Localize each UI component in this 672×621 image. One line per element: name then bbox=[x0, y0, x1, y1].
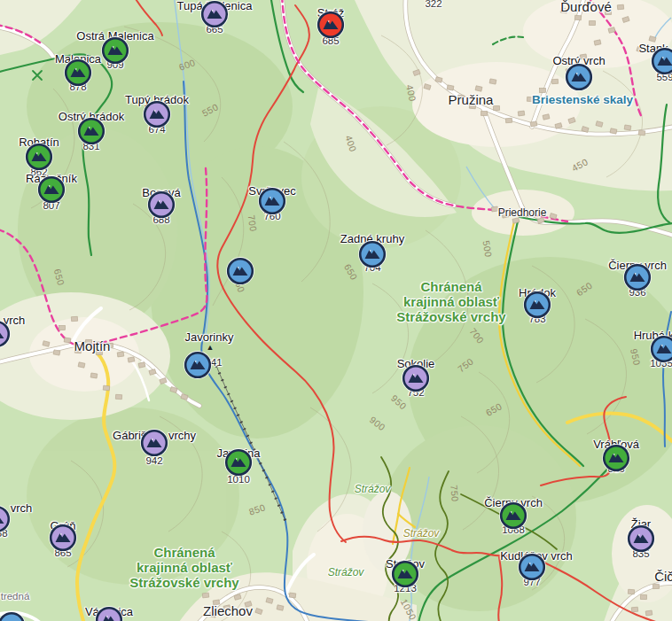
peak-marker-straz[interactable] bbox=[316, 11, 345, 39]
contour-label: 700 bbox=[246, 214, 260, 233]
mountain-icon bbox=[200, 0, 229, 28]
mountain-icon bbox=[224, 448, 253, 477]
peak-marker-cierny-vrch[interactable] bbox=[499, 501, 527, 530]
peak-marker-hradok[interactable] bbox=[523, 291, 551, 319]
protected-area-label: Chránenákrajinná oblasťStrážovské vrchy bbox=[129, 545, 238, 590]
contour-label: 400 bbox=[404, 83, 418, 102]
contour-label: 750 bbox=[456, 355, 475, 374]
peak-marker-stank[interactable] bbox=[651, 47, 672, 75]
map-viewport[interactable]: ĎurďovéPružinaPriedhorieMojtínZliechovČi… bbox=[0, 0, 672, 621]
mountain-icon bbox=[602, 444, 630, 472]
mountain-icon bbox=[37, 175, 66, 204]
contour-label: 650 bbox=[52, 268, 67, 286]
mountain-icon bbox=[565, 63, 593, 91]
peak-marker-unnamed[interactable] bbox=[226, 257, 254, 285]
peak-marker-grun[interactable] bbox=[49, 524, 77, 552]
peak-marker-vapenica[interactable] bbox=[95, 606, 123, 621]
contour-label: 650 bbox=[484, 400, 504, 418]
mountain-icon bbox=[95, 606, 123, 621]
mountain-icon bbox=[101, 36, 129, 65]
peak-marker-tupa-malenica[interactable] bbox=[200, 0, 229, 28]
peak-marker-bosova[interactable] bbox=[147, 190, 176, 219]
peak-marker-gabrisove-vrchy[interactable] bbox=[140, 429, 168, 457]
peak-marker-javorina[interactable] bbox=[224, 448, 253, 477]
peak-name-label: vrch bbox=[11, 501, 33, 515]
contour-label: 650 bbox=[574, 280, 594, 299]
peak-marker-ziar[interactable] bbox=[627, 524, 655, 553]
contour-label: 500 bbox=[481, 240, 494, 259]
peak-marker-zadne-kruhy[interactable] bbox=[358, 240, 387, 268]
peak-marker-vrch[interactable] bbox=[0, 505, 11, 533]
contour-label: 700 bbox=[467, 326, 486, 345]
peak-marker-tupy-hradok[interactable] bbox=[143, 100, 171, 128]
mountain-icon bbox=[523, 291, 551, 319]
contour-label: 550 bbox=[200, 101, 220, 119]
mountain-icon bbox=[499, 501, 527, 530]
mountain-icon bbox=[518, 553, 546, 581]
mountain-icon bbox=[258, 187, 286, 215]
mountain-icon bbox=[0, 505, 11, 533]
peak-marker-ostry-vrch[interactable] bbox=[565, 63, 593, 91]
trail-name-label: Strážov bbox=[355, 483, 391, 495]
town-label-cic[interactable]: Čič bbox=[654, 569, 672, 584]
mountain-icon bbox=[627, 524, 655, 553]
town-label-mojtin[interactable]: Mojtín bbox=[74, 338, 111, 353]
labels-overlay: ĎurďovéPružinaPriedhorieMojtínZliechovČi… bbox=[0, 0, 672, 621]
contour-label: 600 bbox=[177, 57, 197, 73]
peak-marker-cierny-vrch[interactable] bbox=[623, 263, 652, 291]
misc-label: 322 bbox=[425, 0, 441, 9]
peak-marker-hruba-ka[interactable] bbox=[650, 335, 672, 363]
mountain-icon bbox=[650, 335, 672, 363]
contour-label: 450 bbox=[570, 156, 590, 174]
mountain-icon bbox=[143, 100, 171, 128]
mountain-icon bbox=[0, 611, 26, 621]
peak-marker-ostra-malenica[interactable] bbox=[101, 36, 129, 65]
mountain-icon bbox=[623, 263, 652, 291]
contour-label: 950 bbox=[389, 392, 409, 412]
mountain-icon bbox=[49, 524, 77, 552]
mountain-icon bbox=[0, 320, 11, 348]
mountain-icon bbox=[402, 364, 430, 392]
mountain-icon bbox=[184, 351, 212, 379]
mountain-icon bbox=[316, 11, 345, 39]
rock-area-label[interactable]: Briestenské skaly bbox=[532, 93, 633, 106]
mountain-icon bbox=[391, 560, 419, 588]
mountain-icon bbox=[77, 117, 105, 145]
mountain-icon bbox=[25, 143, 53, 171]
peak-marker-raztocnik[interactable] bbox=[37, 175, 66, 204]
summit-name-label: Javorinky bbox=[185, 330, 234, 344]
contour-label: 950 bbox=[629, 347, 643, 366]
peak-marker-malenica[interactable] bbox=[64, 58, 92, 87]
mountain-icon bbox=[140, 429, 168, 457]
mountain-icon bbox=[226, 257, 254, 285]
mountain-icon bbox=[147, 190, 176, 219]
mountain-icon bbox=[651, 47, 672, 75]
trail-name-label: Strážov bbox=[328, 566, 364, 578]
peak-marker-sokolie[interactable] bbox=[402, 364, 430, 392]
peak-marker-rohatin[interactable] bbox=[25, 143, 53, 171]
peak-marker-unnamed[interactable] bbox=[184, 351, 212, 379]
contour-label: 850 bbox=[247, 501, 267, 516]
peak-marker-kudlasov-vrch[interactable] bbox=[518, 553, 546, 581]
town-label-zliechov[interactable]: Zliechov bbox=[203, 603, 253, 618]
peak-marker-svrcovec[interactable] bbox=[258, 187, 286, 215]
town-label-durdove[interactable]: Ďurďové bbox=[560, 0, 612, 14]
contour-label: 900 bbox=[368, 414, 387, 432]
contour-label: 750 bbox=[449, 485, 461, 502]
peak-marker-ostry-hradok[interactable] bbox=[77, 117, 105, 145]
contour-label: 1050 bbox=[399, 597, 419, 621]
peak-marker-strazov[interactable] bbox=[391, 560, 419, 588]
misc-label: tredná bbox=[1, 591, 30, 602]
town-label-pruzina[interactable]: Pružina bbox=[449, 92, 494, 107]
peak-marker-unnamed[interactable] bbox=[0, 611, 26, 621]
contour-label: 650 bbox=[342, 262, 360, 282]
town-label-priedhorie[interactable]: Priedhorie bbox=[498, 206, 547, 219]
mountain-icon bbox=[64, 58, 92, 87]
mountain-icon bbox=[358, 240, 387, 268]
peak-marker-vrablova[interactable] bbox=[602, 444, 630, 472]
contour-label: 400 bbox=[343, 134, 358, 153]
protected-area-label: Chránenákrajinná oblasťStrážovské vrchy bbox=[396, 279, 505, 324]
trail-name-label: Strážov bbox=[403, 527, 440, 539]
peak-marker-vrch[interactable] bbox=[0, 320, 11, 348]
